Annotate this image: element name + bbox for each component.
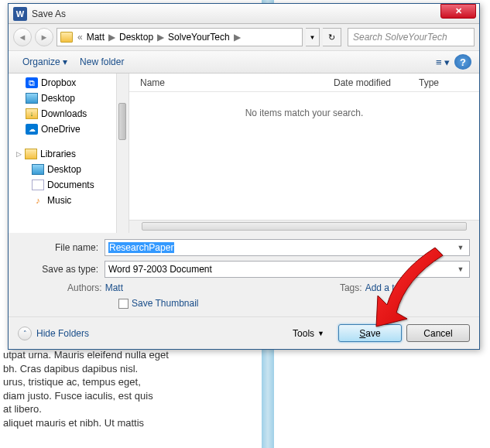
tags-value[interactable]: Add a tag [365,282,405,293]
sidebar-downloads[interactable]: Downloads [9,106,128,121]
tags-label: Tags: [340,282,362,293]
sidebar-lib-desktop[interactable]: Desktop [9,162,128,177]
savetype-select[interactable]: Word 97-2003 Document ▼ [105,261,470,278]
address-bar[interactable]: « Matt ▶ Desktop ▶ SolveYourTech ▶ [57,28,303,46]
back-button[interactable]: ◄ [13,28,32,46]
sidebar-lib-music[interactable]: ♪Music [9,193,128,208]
authors-label: Authors: [67,282,102,293]
close-button[interactable]: ✕ [440,4,476,19]
crumb-0[interactable]: Matt [84,32,107,43]
titlebar: W Save As ✕ [9,4,479,24]
bg-text: utpat urna. Mauris eleifend nulla eget b… [3,348,487,429]
col-name[interactable]: Name [129,77,323,88]
hide-folders-toggle[interactable]: ˄ Hide Folders [18,327,89,340]
search-input[interactable]: Search SolveYourTech [348,28,475,46]
crumb-2[interactable]: SolveYourTech [166,32,232,43]
nav-sidebar: ⧉Dropbox Desktop Downloads ☁OneDrive ▷Li… [9,74,129,233]
file-list: Name Date modified Type No items match y… [129,74,479,233]
column-headers: Name Date modified Type [129,74,479,92]
help-button[interactable]: ? [454,54,471,70]
savetype-label: Save as type: [18,264,105,275]
folder-icon [60,32,73,43]
nav-bar: ◄ ► « Matt ▶ Desktop ▶ SolveYourTech ▶ ▼… [9,24,479,50]
forward-button[interactable]: ► [35,28,53,46]
savetype-dropdown[interactable]: ▼ [454,265,467,273]
chevron-up-icon: ˄ [18,327,32,340]
address-dropdown[interactable]: ▼ [306,28,320,46]
tools-menu[interactable]: Tools ▼ [293,328,324,339]
window-title: Save As [32,9,440,19]
filename-input[interactable]: ResearchPaper ▼ [105,239,470,256]
filename-dropdown[interactable]: ▼ [454,244,467,251]
crumb-1[interactable]: Desktop [117,32,156,43]
filename-label: File name: [18,242,105,253]
content-hscroll[interactable] [129,220,479,233]
sidebar-lib-documents[interactable]: Documents [9,177,128,193]
sidebar-desktop[interactable]: Desktop [9,91,128,106]
new-folder-button[interactable]: New folder [74,53,130,70]
sidebar-scrollbar[interactable] [116,74,128,233]
view-options[interactable]: ≡ ▾ [434,54,451,70]
toolbar: Organize ▾ New folder ≡ ▾ ? [9,50,479,74]
organize-menu[interactable]: Organize ▾ [16,53,74,70]
bottom-panel: File name: ResearchPaper ▼ Save as type:… [9,233,479,316]
save-thumbnail-label: Save Thumbnail [132,298,199,309]
save-button[interactable]: Save [338,324,402,342]
refresh-button[interactable]: ↻ [323,28,341,46]
sidebar-onedrive[interactable]: ☁OneDrive [9,121,128,137]
cancel-button[interactable]: Cancel [406,324,470,342]
word-icon: W [13,7,27,21]
sidebar-libraries[interactable]: ▷Libraries [9,146,128,162]
authors-value[interactable]: Matt [105,282,123,293]
save-as-dialog: W Save As ✕ ◄ ► « Matt ▶ Desktop ▶ Solve… [8,3,480,350]
col-date[interactable]: Date modified [323,77,408,88]
sidebar-dropbox[interactable]: ⧉Dropbox [9,75,128,91]
save-thumbnail-checkbox[interactable] [118,299,128,309]
col-type[interactable]: Type [408,77,450,88]
empty-message: No items match your search. [129,92,479,220]
dialog-footer: ˄ Hide Folders Tools ▼ Save Cancel [9,316,479,349]
